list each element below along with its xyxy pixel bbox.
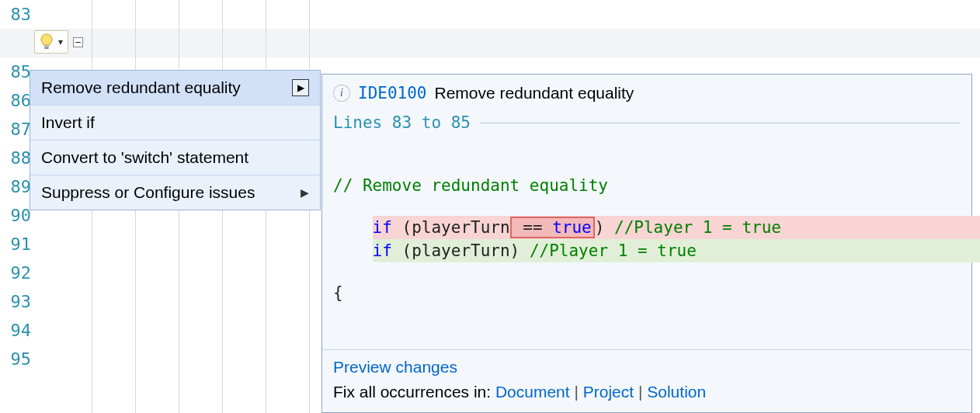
diff-removed-line: if (playerTurn == true) //Player 1 = tru… xyxy=(373,216,980,239)
lightbulb-group: ▾ – xyxy=(34,30,83,54)
lines-label: Lines 83 to 85 xyxy=(333,113,471,132)
fix-scope-document[interactable]: Document xyxy=(495,383,570,401)
preview-changes-link[interactable]: Preview changes xyxy=(333,358,457,376)
fix-scope-project[interactable]: Project xyxy=(583,383,634,401)
diff-block: // Remove redundant equality if (playerT… xyxy=(322,137,971,349)
chevron-down-icon: ▾ xyxy=(58,36,63,47)
fix-all-label: Fix all occurrences in: xyxy=(333,383,495,401)
line-number: 91 xyxy=(0,230,31,259)
diff-added-line: if (playerTurn) //Player 1 = true xyxy=(373,239,980,262)
line-number: 87 xyxy=(0,115,31,144)
preview-title: Remove redundant equality xyxy=(435,84,634,102)
line-number: 90 xyxy=(0,201,31,230)
submenu-arrow-icon: ▶ xyxy=(292,79,309,96)
line-number: 94 xyxy=(0,316,31,345)
removed-token-highlight: == true xyxy=(510,217,595,238)
diff-context: // Remove redundant equality xyxy=(333,174,961,197)
quick-action-preview: i IDE0100 Remove redundant equality Line… xyxy=(321,74,972,413)
info-icon: i xyxy=(333,85,350,102)
line-number: 95 xyxy=(0,345,31,373)
quick-action-label: Invert if xyxy=(41,113,95,132)
line-number: 86 xyxy=(0,86,31,115)
preview-footer: Preview changes Fix all occurrences in: … xyxy=(322,349,971,412)
svg-rect-0 xyxy=(44,45,49,47)
quick-action-label: Remove redundant equality xyxy=(41,78,241,97)
line-number: 92 xyxy=(0,259,31,287)
quick-action-label: Suppress or Configure issues xyxy=(41,183,255,202)
quick-action-label: Convert to 'switch' statement xyxy=(41,148,248,167)
lightbulb-icon xyxy=(40,33,54,50)
quick-action-item[interactable]: Convert to 'switch' statement xyxy=(30,141,320,175)
quick-action-item[interactable]: Remove redundant equality▶ xyxy=(30,71,320,106)
quick-action-item[interactable]: Suppress or Configure issues▶ xyxy=(30,175,320,210)
line-number: 85 xyxy=(0,57,31,86)
line-number: 83 xyxy=(0,0,31,29)
lightbulb-button[interactable]: ▾ xyxy=(34,30,68,54)
rule-id: IDE0100 xyxy=(358,84,427,102)
line-number: 93 xyxy=(0,287,31,316)
svg-rect-1 xyxy=(45,47,49,49)
line-number: 89 xyxy=(0,172,31,201)
quick-action-item[interactable]: Invert if xyxy=(30,106,320,141)
code-outline-toggle[interactable]: – xyxy=(73,37,83,47)
fix-all-row: Fix all occurrences in: Document | Proje… xyxy=(333,383,961,401)
line-number: 88 xyxy=(0,144,31,172)
fix-scope-solution[interactable]: Solution xyxy=(647,383,706,401)
diff-context: { xyxy=(333,281,961,304)
quick-actions-menu: Remove redundant equality▶Invert ifConve… xyxy=(30,70,321,210)
preview-lines-bar: Lines 83 to 85 xyxy=(322,110,971,137)
submenu-arrow-icon: ▶ xyxy=(301,186,309,199)
preview-header: i IDE0100 Remove redundant equality xyxy=(322,75,971,110)
divider xyxy=(480,123,961,123)
